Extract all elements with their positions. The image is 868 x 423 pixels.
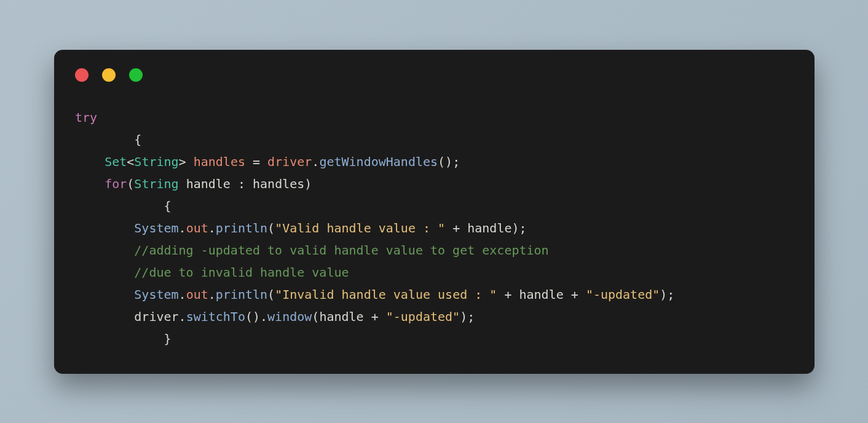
angle-open: < [127, 154, 134, 169]
var-driver: driver [267, 154, 312, 169]
var-driver: driver [134, 309, 178, 324]
paren-open: ( [127, 176, 134, 191]
keyword-try: try [75, 110, 97, 125]
colon: : [231, 176, 253, 191]
var-handles: handles [194, 154, 245, 169]
paren-open: ( [267, 221, 275, 235]
paren-close: ) [304, 176, 312, 191]
plus: + [564, 287, 586, 302]
brace-open-2: { [75, 199, 172, 213]
class-system: System [134, 287, 178, 302]
var-handles: handles [253, 176, 304, 191]
pad [75, 221, 134, 235]
string-literal: "-updated" [386, 309, 460, 324]
dot: . [179, 221, 186, 235]
type-set: Set [105, 154, 127, 169]
plus: + [364, 309, 386, 324]
call-getwindowhandles: getWindowHandles [319, 154, 438, 169]
equals: = [245, 154, 267, 169]
call-println: println [216, 287, 267, 302]
type-string: String [134, 154, 178, 169]
var-handle: handle [519, 287, 564, 302]
dot: . [208, 221, 216, 235]
paren-close: ); [460, 309, 475, 324]
call-println: println [216, 221, 267, 235]
pad [75, 154, 105, 169]
minimize-icon[interactable] [102, 68, 116, 82]
angle-close: > [179, 154, 194, 169]
dot: . [208, 287, 216, 302]
pad [75, 309, 134, 324]
plus: + [445, 221, 467, 235]
string-literal: "Valid handle value : " [275, 221, 445, 235]
member-out: out [186, 287, 208, 302]
pad [75, 287, 134, 302]
call-window: window [267, 309, 312, 324]
close-icon[interactable] [75, 68, 89, 82]
class-system: System [134, 221, 178, 235]
comment-line-2: //due to invalid handle value [75, 265, 349, 280]
brace-close: } [75, 331, 172, 346]
code-card: try { Set<String> handles = driver.getWi… [54, 50, 815, 374]
paren: (); [438, 154, 460, 169]
member-out: out [186, 221, 208, 235]
paren-close: ); [511, 221, 526, 235]
dot: . [179, 309, 186, 324]
zoom-icon[interactable] [129, 68, 143, 82]
brace-open-1: { [75, 132, 141, 147]
call-switchto: switchTo [186, 309, 245, 324]
window-controls [75, 68, 794, 82]
pad [75, 176, 105, 191]
keyword-for: for [105, 176, 127, 191]
comment-line-1: //adding -updated to valid handle value … [75, 243, 549, 258]
paren-open: ( [267, 287, 275, 302]
var-handle: handle [179, 176, 231, 191]
paren-open: ( [312, 309, 319, 324]
type-string: String [134, 176, 178, 191]
dot: . [312, 154, 319, 169]
plus: + [497, 287, 519, 302]
paren: (). [245, 309, 267, 324]
dot: . [179, 287, 186, 302]
code-block: try { Set<String> handles = driver.getWi… [75, 106, 794, 350]
var-handle: handle [319, 309, 363, 324]
var-handle: handle [467, 221, 511, 235]
string-literal: "-updated" [586, 287, 660, 302]
paren-close: ); [660, 287, 674, 302]
string-literal: "Invalid handle value used : " [275, 287, 497, 302]
